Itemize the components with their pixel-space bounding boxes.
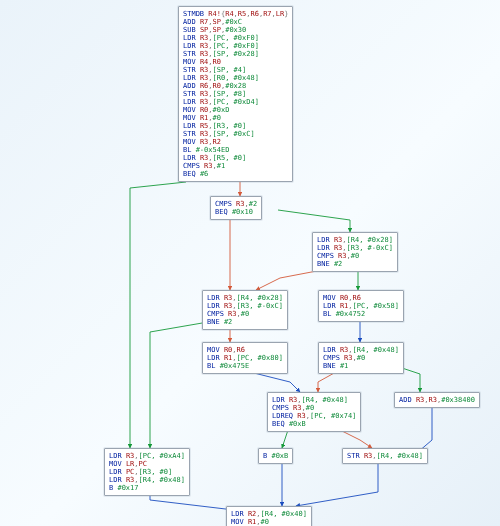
cfg-node-n10[interactable]: B #0xB	[258, 448, 293, 464]
cfg-node-n0[interactable]: STMDB R4!{R4,R5,R6,R7,LR}ADD R7,SP,#0xCS…	[178, 6, 293, 182]
edge-n7-n10	[282, 430, 288, 448]
cfg-node-n7[interactable]: LDR R3,[R4, #0x48]CMPS R3,#0LDREQ R3,[PC…	[267, 392, 361, 432]
edge-n7-n9	[340, 430, 372, 448]
cfg-node-n9[interactable]: STR R3,[R4, #0x48]	[342, 448, 428, 464]
cfg-node-n5[interactable]: MOV R0,R6LDR R1,[PC, #0x80]BL #0x475E	[202, 342, 288, 374]
cfg-node-n11[interactable]: LDR R3,[PC, #0xA4]MOV LR,PCLDR PC,[R3, #…	[104, 448, 190, 496]
edge-n5-n7	[250, 372, 300, 392]
cfg-node-n12[interactable]: LDR R2,[R4, #0x40]MOV R1,#0	[226, 506, 312, 526]
edge-n1-n2	[278, 210, 350, 232]
cfg-node-n2[interactable]: LDR R3,[R4, #0x28]LDR R3,[R3, #-0xC]CMPS…	[312, 232, 398, 272]
edge-n0-n11	[130, 182, 186, 448]
edge-n8-n9	[418, 406, 432, 452]
cfg-node-n1[interactable]: CMPS R3,#2BEQ #0x10	[210, 196, 262, 220]
cfg-node-n4[interactable]: MOV R0,R6LDR R1,[PC, #0x58]BL #0x4752	[318, 290, 404, 322]
edge-n6-n7	[318, 372, 336, 392]
edge-n3-n11	[150, 322, 208, 448]
cfg-node-n8[interactable]: ADD R3,R3,#0x38400	[394, 392, 480, 408]
edge-n2-n3	[256, 270, 322, 290]
edge-n9-n12	[296, 464, 378, 506]
cfg-node-n3[interactable]: LDR R3,[R4, #0x28]LDR R3,[R3, #-0xC]CMPS…	[202, 290, 288, 330]
cfg-node-n6[interactable]: LDR R3,[R4, #0x48]CMPS R3,#0BNE #1	[318, 342, 404, 374]
